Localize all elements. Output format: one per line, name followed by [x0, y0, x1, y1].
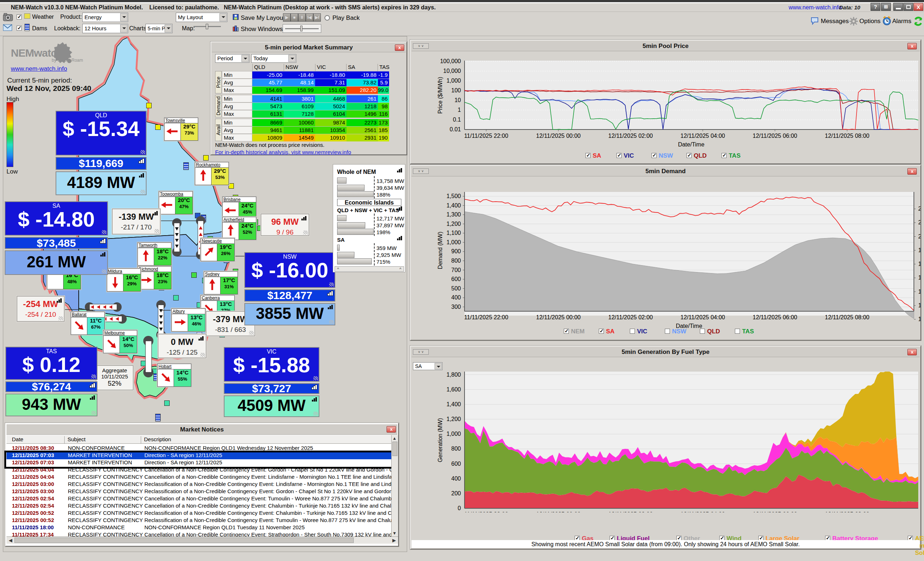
svg-text:1,300: 1,300: [447, 211, 461, 218]
svg-text:100: 100: [451, 87, 461, 93]
svg-text:15,000: 15,000: [918, 302, 920, 308]
svg-text:19,000: 19,000: [918, 247, 920, 253]
svg-text:1,500: 1,500: [447, 193, 461, 199]
svg-text:Demand (MW): Demand (MW): [437, 232, 443, 269]
svg-text:600: 600: [451, 461, 461, 467]
svg-text:12/11/2025 06:00: 12/11/2025 06:00: [753, 314, 797, 320]
svg-text:12/11/2025 02:00: 12/11/2025 02:00: [608, 314, 652, 320]
svg-text:11/11/2025 22:00: 11/11/2025 22:00: [464, 511, 508, 512]
svg-text:1,000: 1,000: [447, 239, 461, 245]
svg-text:1,600: 1,600: [447, 386, 461, 392]
svg-text:12/11/2025 04:00: 12/11/2025 04:00: [680, 511, 725, 512]
svg-text:1,400: 1,400: [447, 401, 461, 407]
svg-text:12/11/2025 02:00: 12/11/2025 02:00: [608, 133, 652, 139]
svg-text:12/11/2025 08:00: 12/11/2025 08:00: [825, 314, 869, 320]
svg-text:300: 300: [451, 304, 461, 310]
svg-text:500: 500: [451, 285, 461, 292]
svg-text:20,000: 20,000: [918, 233, 920, 239]
svg-text:12/11/2025 02:00: 12/11/2025 02:00: [608, 511, 652, 512]
svg-text:12/11/2025 00:00: 12/11/2025 00:00: [536, 133, 580, 139]
svg-text:Date/Time: Date/Time: [678, 141, 704, 148]
svg-text:1,800: 1,800: [447, 372, 461, 378]
svg-text:14,000: 14,000: [918, 316, 920, 322]
svg-text:16,000: 16,000: [918, 289, 920, 295]
svg-text:800: 800: [451, 257, 461, 264]
svg-text:12/11/2025 04:00: 12/11/2025 04:00: [680, 314, 725, 320]
svg-text:400: 400: [451, 476, 461, 482]
svg-text:12/11/2025 06:00: 12/11/2025 06:00: [753, 511, 797, 512]
svg-text:400: 400: [451, 295, 461, 301]
svg-text:100,000: 100,000: [440, 58, 461, 64]
svg-text:11/11/2025 22:00: 11/11/2025 22:00: [464, 314, 508, 320]
svg-text:17,000: 17,000: [918, 275, 920, 281]
svg-text:12/11/2025 04:00: 12/11/2025 04:00: [680, 133, 725, 139]
svg-text:10,000: 10,000: [443, 68, 461, 74]
svg-text:1: 1: [458, 107, 461, 113]
svg-text:600: 600: [451, 276, 461, 282]
svg-text:1,000: 1,000: [447, 431, 461, 437]
svg-text:1,200: 1,200: [447, 221, 461, 227]
svg-text:12/11/2025 08:00: 12/11/2025 08:00: [825, 511, 869, 512]
svg-text:Price ($/MWh): Price ($/MWh): [437, 77, 443, 114]
svg-text:1,400: 1,400: [447, 202, 461, 208]
svg-text:0.01: 0.01: [450, 126, 461, 132]
svg-text:0: 0: [458, 505, 461, 511]
svg-text:1,100: 1,100: [447, 230, 461, 236]
svg-text:12/11/2025 08:00: 12/11/2025 08:00: [825, 133, 869, 139]
svg-text:700: 700: [451, 267, 461, 273]
svg-text:21,000: 21,000: [918, 219, 920, 226]
svg-text:11/11/2025 22:00: 11/11/2025 22:00: [464, 133, 508, 139]
svg-text:1,000: 1,000: [447, 78, 461, 84]
svg-text:22,000: 22,000: [918, 206, 920, 212]
svg-text:200: 200: [451, 490, 461, 497]
svg-text:12/11/2025 06:00: 12/11/2025 06:00: [753, 133, 797, 139]
svg-text:12/11/2025 00:00: 12/11/2025 00:00: [536, 314, 580, 320]
svg-text:900: 900: [451, 248, 461, 254]
svg-text:1,200: 1,200: [447, 416, 461, 422]
svg-text:18,000: 18,000: [918, 261, 920, 267]
svg-text:12/11/2025 00:00: 12/11/2025 00:00: [536, 511, 580, 512]
svg-text:800: 800: [451, 446, 461, 452]
svg-text:Generation (MW): Generation (MW): [437, 418, 443, 462]
svg-text:10: 10: [454, 97, 461, 103]
svg-text:0.1: 0.1: [453, 117, 461, 123]
